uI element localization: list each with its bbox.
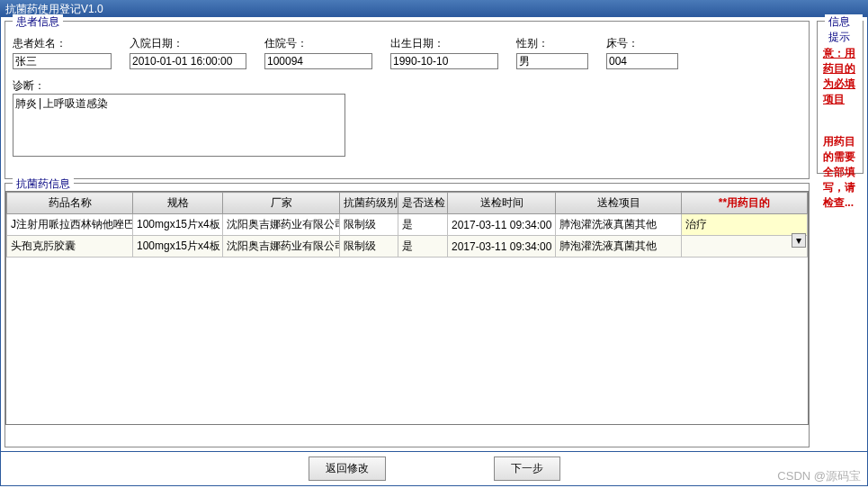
col-spec[interactable]: 规格 xyxy=(133,193,223,214)
col-item[interactable]: 送检项目 xyxy=(556,193,682,214)
drug-info-section: 抗菌药信息 药品名称 规格 厂家 抗菌药级别 是否送检 送检时间 送检项目 **… xyxy=(4,183,810,447)
watermark: CSDN @源码宝 xyxy=(777,468,861,484)
hosp-label: 住院号： xyxy=(264,36,372,51)
back-button[interactable]: 返回修改 xyxy=(309,456,386,481)
birth-input[interactable] xyxy=(390,53,498,69)
main-area: 患者信息 患者姓名： 入院日期： 住院号： 出生日期： xyxy=(0,16,868,452)
birth-label: 出生日期： xyxy=(390,36,498,51)
patient-info-section: 患者信息 患者姓名： 入院日期： 住院号： 出生日期： xyxy=(4,21,810,179)
table-header-row: 药品名称 规格 厂家 抗菌药级别 是否送检 送检时间 送检项目 **用药目的 xyxy=(7,193,808,214)
cell-time: 2017-03-11 09:34:00 xyxy=(448,214,556,236)
sex-input[interactable] xyxy=(516,53,588,69)
tips-section: 信息提示 💡 注意：用药目的为必填项目 用药目的需要全部填写，请检查... xyxy=(817,21,864,174)
name-label: 患者姓名： xyxy=(13,36,112,51)
col-purpose[interactable]: **用药目的 xyxy=(682,193,808,214)
dropdown-icon[interactable]: ▾ xyxy=(792,233,806,248)
col-level[interactable]: 抗菌药级别 xyxy=(340,193,398,214)
window-title-bar: 抗菌药使用登记V1.0 xyxy=(0,0,868,16)
cell-purpose[interactable] xyxy=(682,236,808,258)
next-button[interactable]: 下一步 xyxy=(494,456,560,481)
cell-item: 肺泡灌洗液真菌其他 xyxy=(556,214,682,236)
cell-spec: 100mgx15片x4板 xyxy=(133,214,223,236)
drug-table: 药品名称 规格 厂家 抗菌药级别 是否送检 送检时间 送检项目 **用药目的 J xyxy=(6,192,808,258)
cell-item: 肺泡灌洗液真菌其他 xyxy=(556,236,682,258)
admit-label: 入院日期： xyxy=(130,36,246,51)
table-row[interactable]: 头孢克肟胶囊 100mgx15片x4板 沈阳奥吉娜药业有限公司 限制级 是 20… xyxy=(7,236,808,258)
table-row[interactable]: J注射用哌拉西林钠他唑巴坦钠 100mgx15片x4板 沈阳奥吉娜药业有限公司 … xyxy=(7,214,808,236)
drug-table-wrap[interactable]: 药品名称 规格 厂家 抗菌药级别 是否送检 送检时间 送检项目 **用药目的 J xyxy=(5,191,809,425)
cell-mfr: 沈阳奥吉娜药业有限公司 xyxy=(223,236,340,258)
tip-message: 用药目的需要全部填写，请检查... xyxy=(823,134,857,211)
left-panel: 患者信息 患者姓名： 入院日期： 住院号： 出生日期： xyxy=(1,17,813,451)
tips-legend: 信息提示 xyxy=(825,14,863,45)
diag-textarea[interactable] xyxy=(13,94,345,157)
patient-legend: 患者信息 xyxy=(13,14,63,30)
col-name[interactable]: 药品名称 xyxy=(7,193,133,214)
cell-time: 2017-03-11 09:34:00 xyxy=(448,236,556,258)
window-title: 抗菌药使用登记V1.0 xyxy=(5,3,103,15)
hosp-input[interactable] xyxy=(264,53,372,69)
cell-spec: 100mgx15片x4板 xyxy=(133,236,223,258)
cell-sent: 是 xyxy=(398,214,448,236)
drug-legend: 抗菌药信息 xyxy=(13,176,74,192)
diag-label: 诊断： xyxy=(13,78,801,94)
col-sent[interactable]: 是否送检 xyxy=(398,193,448,214)
admit-input[interactable] xyxy=(130,53,246,69)
cell-mfr: 沈阳奥吉娜药业有限公司 xyxy=(223,214,340,236)
bed-label: 床号： xyxy=(606,36,678,51)
col-time[interactable]: 送检时间 xyxy=(448,193,556,214)
col-mfr[interactable]: 厂家 xyxy=(223,193,340,214)
button-bar: 返回修改 下一步 xyxy=(0,452,868,486)
cell-sent: 是 xyxy=(398,236,448,258)
name-input[interactable] xyxy=(13,53,112,69)
right-panel: 信息提示 💡 注意：用药目的为必填项目 用药目的需要全部填写，请检查... xyxy=(813,17,867,451)
cell-level: 限制级 xyxy=(340,214,398,236)
cell-level: 限制级 xyxy=(340,236,398,258)
cell-purpose[interactable]: 治疗 xyxy=(682,214,808,236)
cell-name: 头孢克肟胶囊 xyxy=(7,236,133,258)
sex-label: 性别： xyxy=(516,36,588,51)
bed-input[interactable] xyxy=(606,53,678,69)
cell-name: J注射用哌拉西林钠他唑巴坦钠 xyxy=(7,214,133,236)
